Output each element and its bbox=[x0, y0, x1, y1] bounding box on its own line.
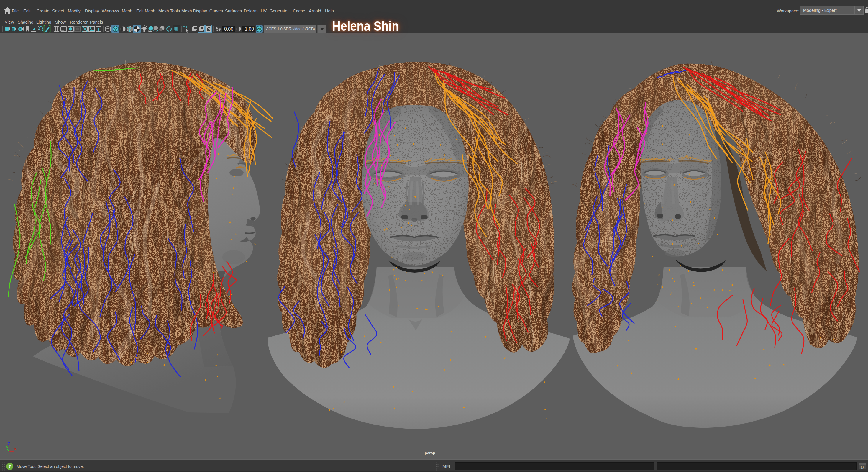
svg-text:1.00: 1.00 bbox=[245, 27, 254, 32]
svg-text:ON: ON bbox=[257, 28, 261, 31]
svg-text:0.00: 0.00 bbox=[224, 27, 233, 32]
svg-text:x: x bbox=[14, 447, 17, 451]
svg-text:{}: {} bbox=[860, 466, 864, 469]
svg-text:y: y bbox=[6, 445, 8, 449]
svg-text:T: T bbox=[97, 27, 100, 32]
